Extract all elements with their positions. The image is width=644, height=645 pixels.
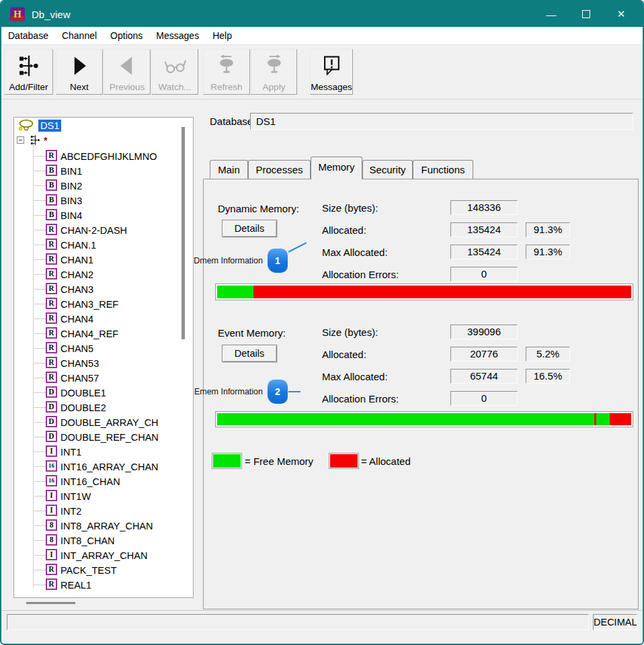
minimize-button[interactable]: — bbox=[534, 1, 569, 27]
tree-item-chan1[interactable]: RCHAN1 bbox=[14, 253, 193, 267]
refresh-button[interactable]: Refresh bbox=[203, 49, 250, 95]
tree-horizontal-scrollbar[interactable] bbox=[26, 602, 75, 604]
add-filter-button[interactable]: Add/Filter bbox=[4, 49, 53, 95]
watch-icon bbox=[152, 50, 198, 82]
field-value: 0 bbox=[450, 267, 518, 282]
statusbar-separator bbox=[1, 610, 643, 611]
expand-collapse-box[interactable] bbox=[17, 136, 24, 144]
apply-icon bbox=[251, 50, 296, 82]
channel-tree: DS1 *RABCEDFGHIJKLMNOBBIN1BBIN2BBIN3BBIN… bbox=[13, 117, 194, 598]
tree-item-int_array_chan[interactable]: IINT_ARRAY_CHAN bbox=[14, 549, 193, 562]
tree-item-label: CHAN57 bbox=[61, 372, 99, 384]
tree-item-label: CHAN53 bbox=[61, 357, 99, 370]
menu-item-database[interactable]: Database bbox=[1, 27, 55, 45]
field-value: 399096 bbox=[450, 325, 518, 339]
field-value: 0 bbox=[450, 391, 518, 406]
type-icon-r: R bbox=[46, 239, 57, 250]
tree-connector-stub bbox=[33, 555, 46, 556]
field-label: Allocation Errors: bbox=[322, 269, 399, 280]
messages-button[interactable]: Messages bbox=[310, 49, 353, 95]
field-percent: 5.2% bbox=[526, 347, 570, 361]
channels-icon bbox=[30, 134, 41, 148]
tree-item-bin4[interactable]: BBIN4 bbox=[14, 209, 193, 222]
tab-memory[interactable]: Memory bbox=[311, 157, 362, 179]
tab-functions[interactable]: Functions bbox=[413, 160, 473, 179]
tree-item-double1[interactable]: DDOUBLE1 bbox=[14, 386, 193, 400]
tree-item-abcedfghijklmno[interactable]: RABCEDFGHIJKLMNO bbox=[14, 150, 193, 163]
type-icon-r: R bbox=[46, 224, 57, 235]
watch--button[interactable]: Watch... bbox=[151, 49, 198, 95]
tree-vertical-scrollbar[interactable] bbox=[182, 127, 185, 339]
tree-item-bin2[interactable]: BBIN2 bbox=[14, 179, 193, 193]
tree-item-bin1[interactable]: BBIN1 bbox=[14, 165, 193, 178]
next-button[interactable]: Next bbox=[56, 49, 103, 95]
tree-item-chan4_ref[interactable]: RCHAN4_REF bbox=[14, 327, 193, 341]
tree-item-int1w[interactable]: IINT1W bbox=[14, 490, 193, 503]
tree-item-label: CHAN-2-DASH bbox=[61, 224, 127, 236]
tree-root-label[interactable]: DS1 bbox=[38, 120, 61, 132]
toolbar-button-label: Previous bbox=[110, 82, 145, 92]
tree-item-int8_array_chan[interactable]: 8INT8_ARRAY_CHAN bbox=[14, 519, 193, 533]
tree-item-real1[interactable]: RREAL1 bbox=[14, 578, 193, 592]
apply-button[interactable]: Apply bbox=[251, 49, 297, 95]
tree-item-chan3[interactable]: RCHAN3 bbox=[14, 283, 193, 296]
tree-item-chan57[interactable]: RCHAN57 bbox=[14, 372, 193, 385]
tree-item-chan53[interactable]: RCHAN53 bbox=[14, 357, 193, 370]
tree-item-chan.1[interactable]: RCHAN.1 bbox=[14, 239, 193, 252]
tree-item-label: ABCEDFGHIJKLMNO bbox=[61, 150, 157, 163]
previous-button[interactable]: Previous bbox=[104, 49, 151, 95]
database-field: DS1 bbox=[250, 113, 633, 130]
tree-connector-stub bbox=[33, 466, 46, 467]
tree-item-double2[interactable]: DDOUBLE2 bbox=[14, 401, 193, 415]
tree-item-chan2[interactable]: RCHAN2 bbox=[14, 268, 193, 282]
close-button[interactable]: ✕ bbox=[604, 1, 639, 27]
tree-connector-stub bbox=[33, 540, 46, 541]
tree-item-bin3[interactable]: BBIN3 bbox=[14, 194, 193, 208]
memory-usage-bar bbox=[215, 411, 633, 427]
tab-security[interactable]: Security bbox=[362, 160, 413, 179]
tree-item-chan5[interactable]: RCHAN5 bbox=[14, 342, 193, 355]
tree-item-label: BIN2 bbox=[61, 180, 82, 192]
tree-item-int16_array_chan[interactable]: 16INT16_ARRAY_CHAN bbox=[14, 460, 193, 474]
tree-item-int8_chan[interactable]: 8INT8_CHAN bbox=[14, 534, 193, 548]
menu-item-options[interactable]: Options bbox=[104, 27, 149, 45]
type-icon-r: R bbox=[46, 342, 57, 353]
type-icon-b: B bbox=[46, 194, 57, 206]
tree-item-chan3_ref[interactable]: RCHAN3_REF bbox=[14, 298, 193, 311]
tree-item-double_array_ch[interactable]: DDOUBLE_ARRAY_CH bbox=[14, 416, 193, 429]
details-button[interactable]: Details bbox=[222, 345, 277, 362]
tree-item-int2[interactable]: IINT2 bbox=[14, 505, 193, 518]
tab-processes[interactable]: Processes bbox=[248, 160, 311, 179]
tab-main[interactable]: Main bbox=[210, 160, 248, 179]
menu-item-channel[interactable]: Channel bbox=[55, 27, 104, 45]
tree-item-int16_chan[interactable]: 16INT16_CHAN bbox=[14, 475, 193, 488]
field-label: Allocated: bbox=[322, 349, 366, 360]
tree-connector-stub bbox=[33, 525, 46, 526]
allocated-segment bbox=[253, 286, 631, 298]
tree-item-int1[interactable]: IINT1 bbox=[14, 445, 193, 459]
tree-item-chan-2-dash[interactable]: RCHAN-2-DASH bbox=[14, 224, 193, 237]
annotation-badge: 1 bbox=[268, 249, 288, 273]
tree-connector-stub bbox=[33, 245, 46, 245]
menu-item-messages[interactable]: Messages bbox=[149, 27, 206, 45]
tree-root-row[interactable]: DS1 bbox=[14, 119, 193, 132]
database-value: DS1 bbox=[256, 116, 276, 127]
database-label: Database: bbox=[210, 116, 255, 127]
type-icon-i: I bbox=[46, 549, 57, 560]
menu-item-help[interactable]: Help bbox=[206, 27, 239, 45]
details-button[interactable]: Details bbox=[222, 220, 277, 237]
tree-item-label: CHAN3_REF bbox=[61, 298, 118, 310]
legend-swatch bbox=[329, 453, 359, 469]
annotation-badge: 2 bbox=[268, 380, 288, 404]
tree-item-double_ref_chan[interactable]: DDOUBLE_REF_CHAN bbox=[14, 431, 193, 444]
svg-text:H: H bbox=[13, 8, 22, 19]
tree-item-chan4[interactable]: RCHAN4 bbox=[14, 312, 193, 326]
maximize-button[interactable] bbox=[569, 1, 604, 27]
tree-connector-stub bbox=[33, 392, 46, 393]
tree-branch-row[interactable]: * bbox=[14, 134, 193, 147]
type-icon-i: I bbox=[46, 445, 57, 457]
tree-item-label: INT8_CHAN bbox=[61, 535, 115, 547]
next-icon bbox=[56, 50, 102, 82]
tree-item-pack_test[interactable]: RPACK_TEST bbox=[14, 564, 193, 577]
type-icon-d: D bbox=[46, 416, 57, 427]
